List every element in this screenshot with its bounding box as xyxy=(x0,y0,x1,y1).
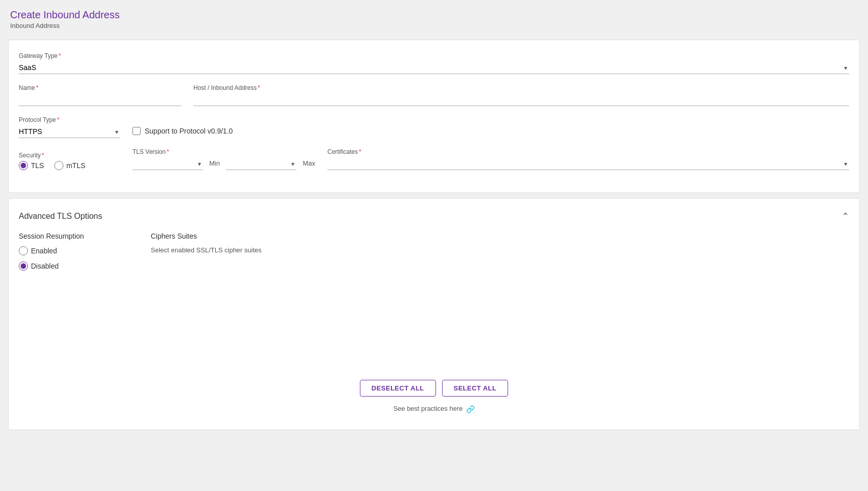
disabled-radio-item[interactable]: Disabled xyxy=(19,261,130,271)
certificates-label: Certificates* xyxy=(327,148,849,155)
tls-radio[interactable] xyxy=(19,161,28,170)
gateway-type-label: Gateway Type* xyxy=(19,52,849,59)
name-group: Name* xyxy=(19,84,181,106)
support-protocol-checkbox[interactable] xyxy=(132,127,141,135)
certificates-select-wrapper xyxy=(327,157,849,170)
session-radio-group: Enabled Disabled xyxy=(19,246,130,271)
link-icon xyxy=(466,405,475,413)
protocol-type-select[interactable]: HTTPS HTTP FTP xyxy=(19,125,120,138)
gateway-type-select[interactable]: SaaS On-Premise xyxy=(19,61,849,74)
tls-radio-item[interactable]: TLS xyxy=(19,161,44,170)
ciphers-title: Ciphers Suites xyxy=(151,232,849,240)
session-resumption-section: Session Resumption Enabled Disabled xyxy=(19,232,130,359)
name-host-row: Name* Host / Inbound Address* xyxy=(19,84,849,106)
best-practices-row: See best practices here xyxy=(19,405,849,413)
cipher-list xyxy=(151,258,849,359)
enabled-label[interactable]: Enabled xyxy=(31,247,57,255)
page-title: Create Inbound Address xyxy=(10,9,858,21)
page-header: Create Inbound Address Inbound Address xyxy=(0,0,868,35)
gateway-type-row: Gateway Type* SaaS On-Premise xyxy=(19,52,849,74)
mtls-label[interactable]: mTLS xyxy=(66,161,85,170)
tls-min-label: Min xyxy=(209,159,220,170)
protocol-type-group: Protocol Type* HTTPS HTTP FTP xyxy=(19,116,120,138)
name-label: Name* xyxy=(19,84,181,91)
certificates-select[interactable] xyxy=(327,157,849,170)
advanced-tls-card: Advanced TLS Options ⌃ Session Resumptio… xyxy=(8,198,860,430)
protocol-row: Protocol Type* HTTPS HTTP FTP Support to… xyxy=(19,116,849,138)
protocol-type-select-wrapper: HTTPS HTTP FTP xyxy=(19,125,120,138)
disabled-label[interactable]: Disabled xyxy=(31,262,58,270)
enabled-radio[interactable] xyxy=(19,246,28,255)
certificates-group: Certificates* xyxy=(327,148,849,170)
collapse-icon[interactable]: ⌃ xyxy=(842,211,849,222)
tls-version-label: TLS Version* xyxy=(132,148,315,155)
security-label: Security* xyxy=(19,152,120,159)
gateway-type-group: Gateway Type* SaaS On-Premise xyxy=(19,52,849,74)
enabled-radio-item[interactable]: Enabled xyxy=(19,246,130,255)
host-label: Host / Inbound Address* xyxy=(193,84,849,91)
best-practices-text: See best practices here xyxy=(393,405,463,412)
security-radio-group: TLS mTLS xyxy=(19,161,120,170)
tls-max-label: Max xyxy=(303,159,315,170)
disabled-radio[interactable] xyxy=(19,261,28,271)
tls-max-select[interactable]: TLS 1.0 TLS 1.1 TLS 1.2 TLS 1.3 xyxy=(226,157,296,170)
mtls-radio[interactable] xyxy=(54,161,63,170)
security-group: Security* TLS mTLS xyxy=(19,152,120,170)
tls-version-group: TLS Version* TLS 1.0 TLS 1.1 TLS 1.2 TLS… xyxy=(132,148,315,170)
tls-max-select-wrapper: TLS 1.0 TLS 1.1 TLS 1.2 TLS 1.3 xyxy=(226,157,296,170)
host-group: Host / Inbound Address* xyxy=(193,84,849,106)
tls-min-select-wrapper: TLS 1.0 TLS 1.1 TLS 1.2 TLS 1.3 xyxy=(132,157,203,170)
deselect-all-button[interactable]: DESELECT ALL xyxy=(360,380,436,397)
advanced-tls-title: Advanced TLS Options xyxy=(19,212,102,221)
support-protocol-group: Support to Protocol v0.9/1.0 xyxy=(132,127,233,138)
support-protocol-label[interactable]: Support to Protocol v0.9/1.0 xyxy=(145,127,233,135)
mtls-radio-item[interactable]: mTLS xyxy=(54,161,85,170)
protocol-type-label: Protocol Type* xyxy=(19,116,120,123)
cipher-desc: Select enabled SSL/TLS cipher suites xyxy=(151,246,849,254)
best-practices-link[interactable] xyxy=(464,405,475,412)
gateway-type-select-wrapper: SaaS On-Premise xyxy=(19,61,849,74)
host-input[interactable] xyxy=(193,93,849,106)
tls-label[interactable]: TLS xyxy=(31,161,44,170)
tls-min-select[interactable]: TLS 1.0 TLS 1.1 TLS 1.2 TLS 1.3 xyxy=(132,157,203,170)
ciphers-section: Ciphers Suites Select enabled SSL/TLS ci… xyxy=(151,232,849,359)
tls-version-row: TLS 1.0 TLS 1.1 TLS 1.2 TLS 1.3 Min TLS … xyxy=(132,157,315,170)
cipher-buttons-row: DESELECT ALL SELECT ALL xyxy=(19,380,849,397)
session-resumption-title: Session Resumption xyxy=(19,232,130,240)
breadcrumb: Inbound Address xyxy=(10,22,858,29)
main-form-card: Gateway Type* SaaS On-Premise Name* Host… xyxy=(8,40,860,193)
advanced-tls-header: Advanced TLS Options ⌃ xyxy=(19,211,849,222)
security-row: Security* TLS mTLS TLS Version* xyxy=(19,148,849,170)
select-all-button[interactable]: SELECT ALL xyxy=(442,380,509,397)
tls-content: Session Resumption Enabled Disabled Ciph… xyxy=(19,232,849,359)
name-input[interactable] xyxy=(19,93,181,106)
